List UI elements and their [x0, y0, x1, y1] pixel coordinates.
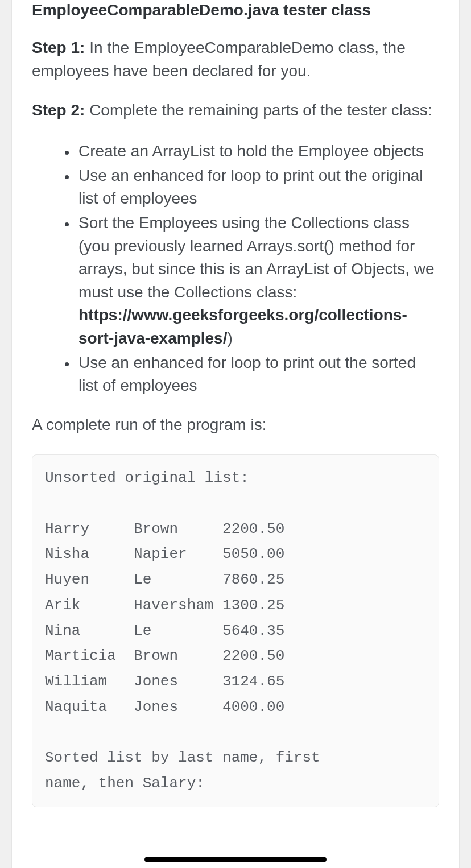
list-item: Use an enhanced for loop to print out th… — [76, 164, 439, 210]
document-card: EmployeeComparableDemo.java tester class… — [11, 0, 460, 868]
instruction-list: Create an ArrayList to hold the Employee… — [32, 140, 439, 398]
page-title: EmployeeComparableDemo.java tester class — [32, 0, 439, 20]
step-1-paragraph: Step 1: In the EmployeeComparableDemo cl… — [32, 36, 439, 82]
step-1-text: In the EmployeeComparableDemo class, the… — [32, 39, 406, 80]
run-intro: A complete run of the program is: — [32, 414, 439, 437]
list-item: Sort the Employees using the Collections… — [76, 212, 439, 350]
reference-link[interactable]: https://www.geeksforgeeks.org/collection… — [78, 306, 407, 347]
list-item: Create an ArrayList to hold the Employee… — [76, 140, 439, 163]
home-indicator[interactable] — [144, 857, 327, 862]
step-2-text: Complete the remaining parts of the test… — [85, 101, 432, 119]
step-2-label: Step 2: — [32, 101, 85, 119]
step-1-label: Step 1: — [32, 39, 85, 56]
bullet-3-suffix: ) — [227, 329, 232, 347]
bullet-3-prefix: Sort the Employees using the Collections… — [78, 214, 435, 301]
program-output-code: Unsorted original list: Harry Brown 2200… — [32, 454, 439, 807]
list-item: Use an enhanced for loop to print out th… — [76, 352, 439, 398]
step-2-paragraph: Step 2: Complete the remaining parts of … — [32, 99, 439, 122]
